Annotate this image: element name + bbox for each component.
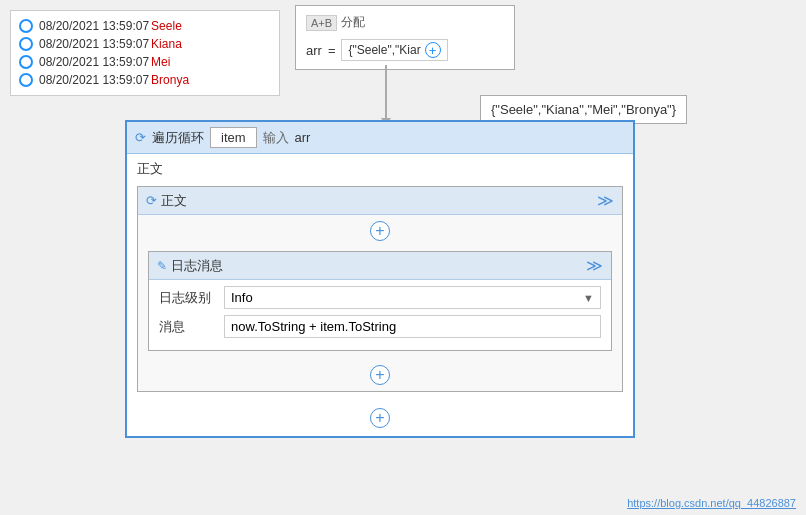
assign-equals: = — [328, 43, 336, 58]
log-icon-4 — [19, 73, 33, 87]
log-item-3: 08/20/2021 13:59:07 Mei — [19, 53, 271, 71]
foreach-body-label: 正文 — [127, 154, 633, 182]
foreach-add-button[interactable]: + — [370, 408, 390, 428]
watermark: https://blog.csdn.net/qq_44826887 — [627, 497, 796, 509]
edit-icon: ✎ — [157, 259, 167, 273]
log-timestamp-4: 08/20/2021 13:59:07 — [39, 73, 149, 87]
log-msg-block: ✎ 日志消息 ≫ 日志级别 Info ▼ 消息 — [148, 251, 612, 351]
foreach-outer-add-row: + — [127, 400, 633, 436]
assign-value-text: {"Seele","Kiar — [348, 43, 420, 57]
log-item-4: 08/20/2021 13:59:07 Bronya — [19, 71, 271, 89]
log-timestamp-2: 08/20/2021 13:59:07 — [39, 37, 149, 51]
log-msg-field-label: 消息 — [159, 318, 214, 336]
body-add-button[interactable]: + — [370, 221, 390, 241]
body-add-row-2: + — [138, 359, 622, 391]
log-level-select[interactable]: Info ▼ — [224, 286, 601, 309]
log-msg-input[interactable]: now.ToString + item.ToString — [224, 315, 601, 338]
assign-title-label: 分配 — [341, 14, 365, 31]
foreach-label: 遍历循环 — [152, 129, 204, 147]
log-timestamp-3: 08/20/2021 13:59:07 — [39, 55, 149, 69]
assign-block: A+B 分配 arr = {"Seele","Kiar + — [295, 5, 515, 70]
log-level-label: 日志级别 — [159, 289, 214, 307]
log-icon-2 — [19, 37, 33, 51]
log-msg-body: 日志级别 Info ▼ 消息 now.ToString + item.ToStr… — [149, 280, 611, 350]
foreach-body: ⟳ 正文 ≫ + ✎ 日志消息 ≫ 日志级别 — [137, 186, 623, 392]
assign-row: arr = {"Seele","Kiar + — [306, 39, 504, 61]
body-icon: ⟳ — [146, 193, 157, 208]
body-inner-label: 正文 — [161, 192, 187, 210]
foreach-block: ⟳ 遍历循环 item 输入 arr 正文 ⟳ 正文 ≫ + ✎ 日志消息 ≫ — [125, 120, 635, 438]
add-value-button[interactable]: + — [425, 42, 441, 58]
log-name-3: Mei — [151, 55, 170, 69]
log-item-2: 08/20/2021 13:59:07 Kiana — [19, 35, 271, 53]
foreach-item-badge: item — [210, 127, 257, 148]
log-level-value: Info — [231, 290, 253, 305]
v-connector-line — [385, 65, 387, 123]
log-icon-1 — [19, 19, 33, 33]
log-name-1: Seele — [151, 19, 182, 33]
assign-variable: arr — [306, 43, 322, 58]
log-msg-header: ✎ 日志消息 ≫ — [149, 252, 611, 280]
log-msg-label: 日志消息 — [171, 257, 223, 275]
foreach-input-val: arr — [295, 130, 311, 145]
log-icon-3 — [19, 55, 33, 69]
ab-badge: A+B — [306, 15, 337, 31]
body-add-row: + — [138, 215, 622, 247]
foreach-input-label: 输入 — [263, 129, 289, 147]
body-header: ⟳ 正文 ≫ — [138, 187, 622, 215]
foreach-header: ⟳ 遍历循环 item 输入 arr — [127, 122, 633, 154]
log-name-4: Bronya — [151, 73, 189, 87]
log-panel: 08/20/2021 13:59:07 Seele 08/20/2021 13:… — [10, 10, 280, 96]
assign-title: A+B 分配 — [306, 14, 504, 31]
log-msg-row: 消息 now.ToString + item.ToString — [159, 315, 601, 338]
assign-value-box[interactable]: {"Seele","Kiar + — [341, 39, 447, 61]
log-name-2: Kiana — [151, 37, 182, 51]
log-msg-collapse-button[interactable]: ≫ — [586, 256, 603, 275]
log-level-row: 日志级别 Info ▼ — [159, 286, 601, 309]
log-item-1: 08/20/2021 13:59:07 Seele — [19, 17, 271, 35]
dropdown-arrow-icon: ▼ — [583, 292, 594, 304]
body-add-button-2[interactable]: + — [370, 365, 390, 385]
foreach-icon: ⟳ — [135, 130, 146, 145]
log-msg-value: now.ToString + item.ToString — [231, 319, 396, 334]
array-display-text: {"Seele","Kiana","Mei","Bronya"} — [491, 102, 676, 117]
log-timestamp-1: 08/20/2021 13:59:07 — [39, 19, 149, 33]
collapse-button[interactable]: ≫ — [597, 191, 614, 210]
